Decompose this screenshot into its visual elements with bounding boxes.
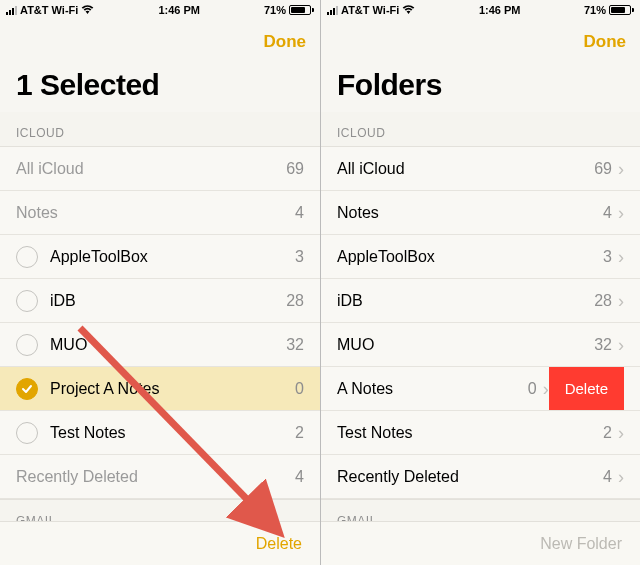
row-label: A Notes [337, 380, 517, 398]
row-count: 32 [592, 336, 612, 354]
row-all-icloud[interactable]: All iCloud 69 › [321, 147, 640, 191]
delete-button[interactable]: Delete [256, 535, 302, 553]
clock-label: 1:46 PM [479, 4, 521, 16]
row-muo[interactable]: MUO 32 › [321, 323, 640, 367]
row-label: iDB [50, 292, 284, 310]
section-header-icloud: ICLOUD [321, 112, 640, 147]
row-all-icloud: All iCloud 69 [0, 147, 320, 191]
row-appletoolbox[interactable]: AppleToolBox 3 [0, 235, 320, 279]
row-label: Test Notes [337, 424, 592, 442]
row-count: 4 [592, 204, 612, 222]
row-count: 4 [592, 468, 612, 486]
page-title: Folders [321, 64, 640, 112]
row-label: MUO [337, 336, 592, 354]
row-count: 28 [284, 292, 304, 310]
row-recently-deleted[interactable]: Recently Deleted 4 › [321, 455, 640, 499]
status-bar: AT&T Wi-Fi 1:46 PM 71% [321, 0, 640, 20]
row-label: Notes [337, 204, 592, 222]
row-label: AppleToolBox [337, 248, 592, 266]
row-muo[interactable]: MUO 32 [0, 323, 320, 367]
radio-unchecked-icon[interactable] [16, 334, 38, 356]
signal-icon [327, 6, 338, 15]
row-label: AppleToolBox [50, 248, 284, 266]
row-count: 69 [592, 160, 612, 178]
row-count: 3 [284, 248, 304, 266]
row-appletoolbox[interactable]: AppleToolBox 3 › [321, 235, 640, 279]
row-count: 2 [592, 424, 612, 442]
signal-icon [6, 6, 17, 15]
row-test-notes[interactable]: Test Notes 2 › [321, 411, 640, 455]
row-recently-deleted: Recently Deleted 4 [0, 455, 320, 499]
radio-unchecked-icon[interactable] [16, 422, 38, 444]
row-label: Recently Deleted [16, 468, 284, 486]
wifi-icon [402, 5, 415, 15]
row-label: MUO [50, 336, 284, 354]
toolbar: Delete [0, 521, 320, 565]
section-header-gmail: GMAIL [0, 499, 320, 521]
row-label: Test Notes [50, 424, 284, 442]
chevron-right-icon: › [618, 160, 624, 178]
row-label: All iCloud [16, 160, 284, 178]
swipe-delete-button[interactable]: Delete [549, 367, 624, 410]
row-test-notes[interactable]: Test Notes 2 [0, 411, 320, 455]
radio-unchecked-icon[interactable] [16, 290, 38, 312]
radio-unchecked-icon[interactable] [16, 246, 38, 268]
row-label: All iCloud [337, 160, 592, 178]
toolbar: New Folder [321, 521, 640, 565]
done-button[interactable]: Done [584, 32, 627, 52]
row-label: Recently Deleted [337, 468, 592, 486]
chevron-right-icon: › [618, 248, 624, 266]
section-header-gmail: GMAIL [321, 499, 640, 521]
row-count: 2 [284, 424, 304, 442]
carrier-label: AT&T Wi-Fi [341, 4, 399, 16]
row-count: 0 [517, 380, 537, 398]
row-notes[interactable]: Notes 4 › [321, 191, 640, 235]
row-count: 28 [592, 292, 612, 310]
chevron-right-icon: › [618, 204, 624, 222]
row-label: Notes [16, 204, 284, 222]
radio-checked-icon[interactable] [16, 378, 38, 400]
row-count: 4 [284, 468, 304, 486]
chevron-right-icon: › [618, 468, 624, 486]
row-notes: Notes 4 [0, 191, 320, 235]
page-title: 1 Selected [0, 64, 320, 112]
nav-bar: Done [321, 20, 640, 64]
row-label: Project A Notes [50, 380, 284, 398]
carrier-label: AT&T Wi-Fi [20, 4, 78, 16]
wifi-icon [81, 5, 94, 15]
row-count: 32 [284, 336, 304, 354]
clock-label: 1:46 PM [158, 4, 200, 16]
row-idb[interactable]: iDB 28 [0, 279, 320, 323]
battery-icon [289, 5, 314, 15]
row-count: 69 [284, 160, 304, 178]
row-count: 3 [592, 248, 612, 266]
nav-bar: Done [0, 20, 320, 64]
folder-list: ICLOUD All iCloud 69 Notes 4 AppleToolBo… [0, 112, 320, 521]
row-label: iDB [337, 292, 592, 310]
row-idb[interactable]: iDB 28 › [321, 279, 640, 323]
row-project-a-notes[interactable]: Project A Notes 0 [0, 367, 320, 411]
folder-list: ICLOUD All iCloud 69 › Notes 4 › AppleTo… [321, 112, 640, 521]
battery-icon [609, 5, 634, 15]
section-header-icloud: ICLOUD [0, 112, 320, 147]
phone-right: AT&T Wi-Fi 1:46 PM 71% Done Folders ICLO… [320, 0, 640, 565]
row-count: 4 [284, 204, 304, 222]
phone-left: AT&T Wi-Fi 1:46 PM 71% Done 1 Selected I… [0, 0, 320, 565]
chevron-right-icon: › [618, 292, 624, 310]
chevron-right-icon: › [618, 424, 624, 442]
row-count: 0 [284, 380, 304, 398]
battery-percent: 71% [264, 4, 286, 16]
new-folder-button[interactable]: New Folder [540, 535, 622, 553]
battery-percent: 71% [584, 4, 606, 16]
status-bar: AT&T Wi-Fi 1:46 PM 71% [0, 0, 320, 20]
done-button[interactable]: Done [264, 32, 307, 52]
row-project-a-notes[interactable]: A Notes 0 › Delete [321, 367, 640, 411]
chevron-right-icon: › [618, 336, 624, 354]
